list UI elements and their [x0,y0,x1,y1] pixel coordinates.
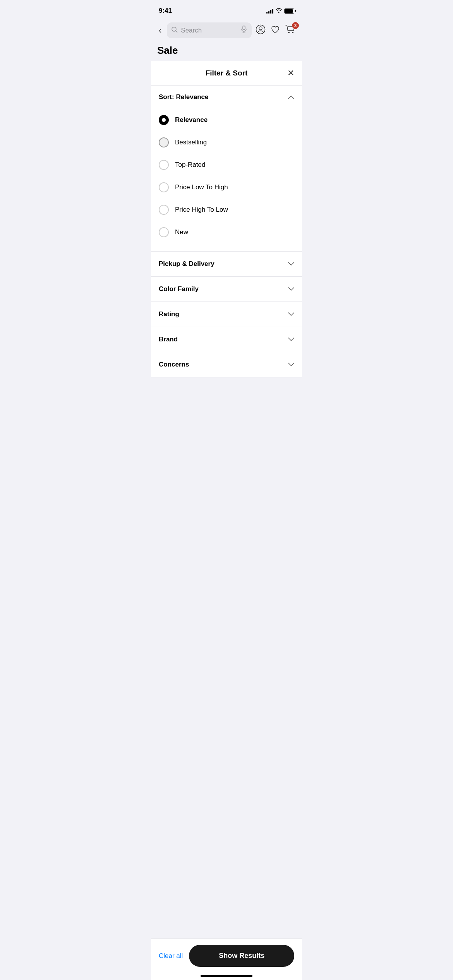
chevron-up-icon [288,94,294,101]
filter-header: Filter & Sort ✕ [151,61,302,86]
concerns-label: Concerns [159,361,189,368]
chevron-down-rating [288,311,294,318]
color-family-label: Color Family [159,285,199,293]
nav-bar: ‹ Search [151,19,302,41]
sort-option-top-rated[interactable]: Top-Rated [159,154,294,176]
svg-point-7 [292,32,293,33]
sort-option-bestselling[interactable]: Bestselling [159,131,294,154]
search-bar[interactable]: Search [167,22,252,38]
sort-option-new[interactable]: New [159,221,294,243]
svg-point-5 [259,27,262,30]
back-button[interactable]: ‹ [157,24,163,37]
radio-bestselling [159,137,169,147]
wifi-icon [276,8,282,14]
radio-top-rated [159,160,169,170]
sort-section: Sort: Relevance Relevance Bestselling [151,86,302,251]
color-family-section[interactable]: Color Family [151,277,302,302]
sort-label-new: New [175,228,188,236]
sort-options: Relevance Bestselling Top-Rated Price Lo… [151,109,302,251]
page-title: Sale [157,45,296,57]
sort-option-price-low-high[interactable]: Price Low To High [159,176,294,199]
brand-section[interactable]: Brand [151,327,302,352]
chevron-down-brand [288,336,294,343]
chevron-down-pickup [288,260,294,267]
status-icons [266,8,294,14]
favorites-icon[interactable] [270,24,280,37]
sort-label-bestselling: Bestselling [175,139,207,146]
microphone-icon[interactable] [241,26,247,35]
chevron-down-concerns [288,361,294,368]
sort-label-top-rated: Top-Rated [175,161,205,169]
sort-header-label: Sort: Relevance [159,93,209,101]
filter-title: Filter & Sort [206,69,248,77]
cart-icon[interactable]: 3 [285,24,296,37]
radio-price-high-low [159,205,169,215]
rating-section[interactable]: Rating [151,302,302,327]
search-icon [172,27,178,34]
brand-label: Brand [159,336,178,343]
sort-section-header[interactable]: Sort: Relevance [151,86,302,109]
chevron-down-color [288,286,294,293]
sort-option-price-high-low[interactable]: Price High To Low [159,199,294,221]
close-button[interactable]: ✕ [287,68,294,78]
radio-price-low-high [159,182,169,192]
radio-relevance [159,115,169,125]
concerns-section[interactable]: Concerns [151,352,302,377]
battery-icon [284,9,294,14]
pickup-delivery-label: Pickup & Delivery [159,260,214,268]
sort-label-price-high-low: Price High To Low [175,206,228,214]
radio-new [159,227,169,237]
sort-label-relevance: Relevance [175,116,208,124]
rating-label: Rating [159,310,179,318]
svg-point-6 [288,32,290,33]
signal-icon [266,8,273,14]
pickup-delivery-section[interactable]: Pickup & Delivery [151,252,302,277]
sort-option-relevance[interactable]: Relevance [159,109,294,131]
svg-point-0 [172,27,176,31]
svg-rect-1 [243,26,245,30]
sort-label-price-low-high: Price Low To High [175,183,228,191]
page-title-bar: Sale [151,41,302,61]
status-bar: 9:41 [151,0,302,19]
profile-icon[interactable] [256,24,266,37]
cart-badge: 3 [292,22,299,29]
status-time: 9:41 [159,7,172,15]
filter-sheet: Filter & Sort ✕ Sort: Relevance Relevanc… [151,61,302,377]
search-placeholder: Search [181,27,238,34]
nav-icons: 3 [256,24,296,37]
